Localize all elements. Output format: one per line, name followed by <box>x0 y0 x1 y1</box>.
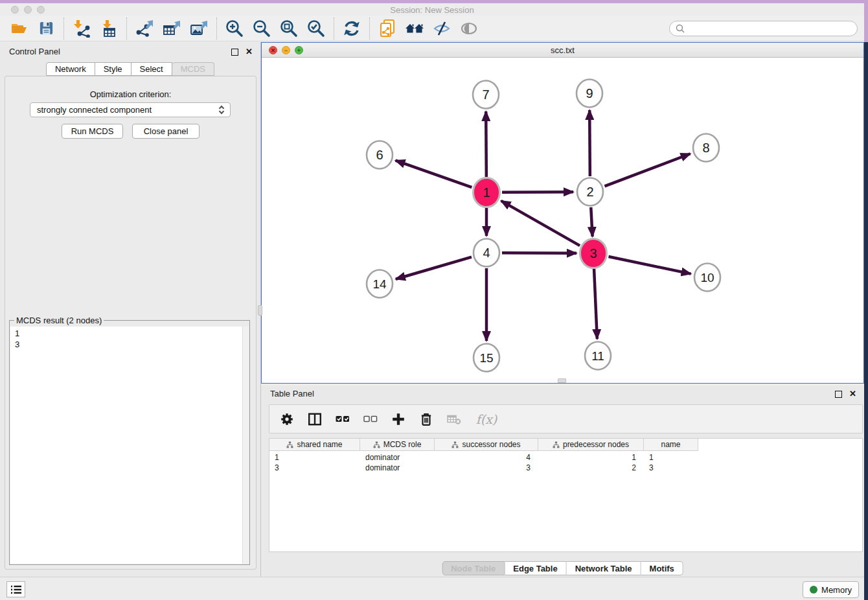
table-cell[interactable]: 2 <box>538 463 644 474</box>
column-header-mcds-role[interactable]: MCDS role <box>360 439 435 451</box>
show-columns-icon[interactable] <box>306 411 323 428</box>
tab-motifs[interactable]: Motifs <box>641 561 683 575</box>
network-window-titlebar[interactable]: ✕ − + scc.txt <box>262 43 863 58</box>
export-image-icon[interactable] <box>185 17 212 40</box>
gear-icon[interactable] <box>279 411 295 428</box>
export-table-icon[interactable] <box>158 17 185 40</box>
column-header-name[interactable]: name <box>644 439 698 451</box>
table-panel-title: Table Panel <box>270 389 314 398</box>
graph-edge-1-7[interactable] <box>486 111 486 177</box>
graph-node-6[interactable]: 6 <box>367 141 393 169</box>
float-panel-icon[interactable] <box>231 49 238 56</box>
table-cell[interactable]: 1 <box>538 453 644 463</box>
tab-mcds[interactable]: MCDS <box>172 62 214 76</box>
column-header-successor-nodes[interactable]: successor nodes <box>435 439 538 451</box>
optimization-criterion-dropdown[interactable]: strongly connected component <box>30 102 231 117</box>
list-icon <box>10 584 22 595</box>
network-view-window: ✕ − + scc.txt 7968124314101511 <box>261 42 864 384</box>
table-cell[interactable]: 3 <box>644 463 698 474</box>
close-panel-button[interactable]: Close panel <box>132 124 200 139</box>
run-mcds-button[interactable]: Run MCDS <box>62 124 123 139</box>
network-graph-canvas[interactable]: 7968124314101511 <box>262 58 863 383</box>
graph-edge-4-14[interactable] <box>396 257 472 279</box>
graph-edge-3-11[interactable] <box>594 269 597 339</box>
task-history-button[interactable] <box>6 581 25 597</box>
tab-node-table[interactable]: Node Table <box>442 561 505 575</box>
close-panel-icon[interactable]: ✕ <box>849 389 856 398</box>
graph-node-9[interactable]: 9 <box>577 80 602 108</box>
svg-text:8: 8 <box>702 141 709 155</box>
select-all-icon[interactable] <box>334 411 351 428</box>
graph-node-4[interactable]: 4 <box>474 239 499 267</box>
table-cell[interactable]: dominator <box>360 453 435 463</box>
function-builder-icon[interactable]: f(x) <box>474 411 499 428</box>
zoom-in-icon[interactable] <box>221 17 248 40</box>
graph-edge-4-3[interactable] <box>502 253 577 253</box>
graph-edge-3-1[interactable] <box>501 201 580 246</box>
column-header-shared-name[interactable]: shared name <box>269 439 360 451</box>
add-column-icon[interactable] <box>390 411 407 428</box>
graph-node-2[interactable]: 2 <box>577 178 603 206</box>
table-cell[interactable]: 1 <box>269 453 360 463</box>
graph-node-14[interactable]: 14 <box>367 270 393 298</box>
status-bar: Memory <box>0 577 864 600</box>
panel-splitter-grip[interactable] <box>258 305 262 316</box>
zoom-fit-icon[interactable] <box>275 17 303 40</box>
horizontal-scrollbar-grip[interactable] <box>558 378 566 383</box>
tab-network[interactable]: Network <box>46 62 95 76</box>
deselect-all-icon[interactable] <box>362 411 379 428</box>
table-row[interactable]: 1dominator411 <box>269 453 862 463</box>
mcds-tab-content: Optimization criterion: strongly connect… <box>5 76 257 570</box>
scrollbar-track[interactable] <box>242 327 249 564</box>
refresh-layout-icon[interactable] <box>338 17 365 40</box>
search-icon <box>676 24 685 33</box>
table-cell[interactable]: 3 <box>269 463 360 474</box>
graph-edge-1-6[interactable] <box>396 161 472 187</box>
graph-edge-2-3[interactable] <box>591 207 592 237</box>
graph-edge-1-2[interactable] <box>502 192 573 192</box>
graph-node-10[interactable]: 10 <box>694 264 720 292</box>
graph-node-7[interactable]: 7 <box>473 81 499 109</box>
control-panel-title: Control Panel <box>9 47 60 56</box>
graph-node-11[interactable]: 11 <box>585 342 611 370</box>
zoom-selected-icon[interactable] <box>303 17 330 40</box>
house-icon[interactable] <box>401 17 428 40</box>
tab-network-table[interactable]: Network Table <box>567 561 641 575</box>
new-network-from-selection-icon[interactable] <box>374 17 401 40</box>
delete-table-icon[interactable] <box>446 411 463 428</box>
table-cell[interactable]: 3 <box>435 463 538 474</box>
export-network-icon[interactable] <box>131 17 158 40</box>
zoom-out-icon[interactable] <box>248 17 275 40</box>
close-panel-icon[interactable]: ✕ <box>246 47 253 56</box>
open-folder-icon <box>10 20 27 37</box>
table-cell[interactable]: 1 <box>644 453 698 463</box>
tab-style[interactable]: Style <box>95 62 131 76</box>
memory-button[interactable]: Memory <box>803 581 859 598</box>
table-panel: Table Panel ✕ <box>261 386 864 577</box>
table-row[interactable]: 3dominator323 <box>269 463 862 474</box>
attribute-tree-icon <box>451 441 459 448</box>
search-box[interactable] <box>669 21 858 36</box>
column-header-predecessor-nodes[interactable]: predecessor nodes <box>538 439 644 451</box>
graph-edge-3-10[interactable] <box>608 257 691 274</box>
graph-node-8[interactable]: 8 <box>693 134 719 162</box>
tab-select[interactable]: Select <box>131 62 172 76</box>
float-panel-icon[interactable] <box>835 391 842 398</box>
graph-edge-2-8[interactable] <box>604 154 690 186</box>
search-input[interactable] <box>689 23 851 33</box>
graph-node-1[interactable]: 1 <box>474 178 500 207</box>
eye-icon[interactable] <box>455 17 483 40</box>
eye-slash-icon[interactable] <box>428 17 455 40</box>
import-network-icon[interactable] <box>68 17 95 40</box>
graph-node-3[interactable]: 3 <box>580 239 607 268</box>
import-table-icon[interactable] <box>95 17 122 40</box>
tab-edge-table[interactable]: Edge Table <box>505 561 566 575</box>
table-cell[interactable]: dominator <box>360 463 435 474</box>
graph-node-15[interactable]: 15 <box>474 344 499 372</box>
zoom-in-icon <box>225 19 244 38</box>
open-folder-icon[interactable] <box>5 17 32 40</box>
table-cell[interactable]: 4 <box>435 453 538 463</box>
delete-column-icon[interactable] <box>418 411 435 428</box>
save-session-icon[interactable] <box>32 17 60 40</box>
graph-edge-2-9[interactable] <box>589 110 590 176</box>
